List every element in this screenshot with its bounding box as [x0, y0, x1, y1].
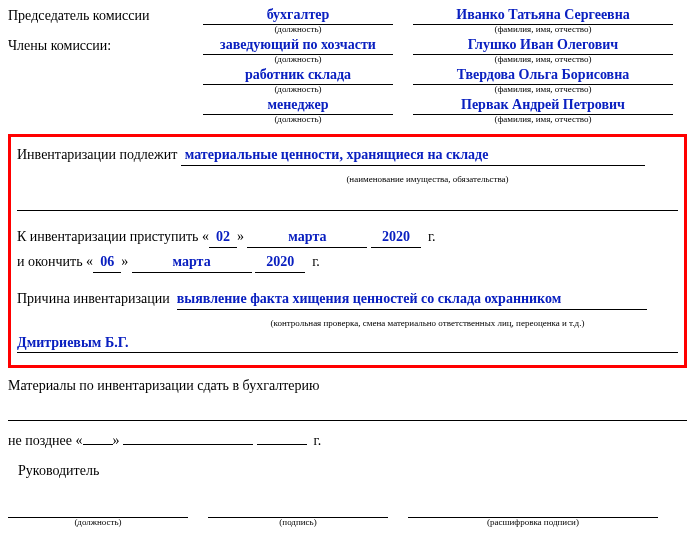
member-position: менеджер	[203, 96, 393, 115]
year-suffix: г.	[314, 433, 322, 448]
chairman-label: Председатель комиссии	[8, 6, 203, 24]
members-label: Члены комиссии:	[8, 36, 203, 54]
subject-value: материальные ценности, хранящиеся на скл…	[181, 145, 645, 166]
blank-line	[8, 402, 687, 421]
blank-line	[17, 192, 678, 211]
reason-label: Причина инвентаризации	[17, 291, 170, 306]
sig-decipher-label: (расшифровка подписи)	[408, 517, 658, 527]
name-sublabel: (фамилия, имя, отчество)	[413, 24, 673, 34]
member-name: Твердова Ольга Борисовна	[413, 66, 673, 85]
position-sublabel: (должность)	[203, 24, 393, 34]
end-date-line: и окончить «06» марта 2020 г.	[17, 252, 678, 273]
reason-sublabel: (контрольная проверка, смена материально…	[271, 318, 585, 328]
deadline-day	[83, 444, 113, 445]
year-suffix: г.	[428, 229, 436, 244]
start-month: марта	[247, 227, 367, 248]
name-sublabel: (фамилия, имя, отчество)	[413, 114, 673, 124]
leader-line: Руководитель	[8, 461, 687, 481]
close-quote: »	[121, 254, 128, 269]
deadline-label: не позднее «	[8, 433, 83, 448]
sig-sign-field	[208, 499, 388, 518]
sig-position-label: (должность)	[8, 517, 188, 527]
reason-continuation: Дмитриевым Б.Г.	[17, 334, 678, 353]
member-row: Члены комиссии: заведующий по хозчасти (…	[8, 36, 687, 64]
highlighted-section: Инвентаризации подлежит материальные цен…	[8, 134, 687, 368]
member-position: заведующий по хозчасти	[203, 36, 393, 55]
subject-label: Инвентаризации подлежит	[17, 147, 177, 162]
start-label: К инвентаризации приступить «	[17, 229, 209, 244]
start-date-line: К инвентаризации приступить «02» марта 2…	[17, 227, 678, 248]
end-month: марта	[132, 252, 252, 273]
end-label: и окончить «	[17, 254, 93, 269]
sig-sign-label: (подпись)	[208, 517, 388, 527]
reason-value: выявление факта хищения ценностей со скл…	[177, 289, 647, 310]
leader-label: Руководитель	[18, 463, 99, 478]
member-position: работник склада	[203, 66, 393, 85]
deadline-year	[257, 444, 307, 445]
member-name: Глушко Иван Олегович	[413, 36, 673, 55]
chairman-name: Иванко Татьяна Сергеевна	[413, 6, 673, 25]
materials-line: Материалы по инвентаризации сдать в бухг…	[8, 376, 687, 396]
sig-position-field	[8, 499, 188, 518]
close-quote: »	[237, 229, 244, 244]
end-year: 2020	[255, 252, 305, 273]
reason-line: Причина инвентаризации выявление факта х…	[17, 289, 678, 310]
sig-decipher-field	[408, 499, 658, 518]
year-suffix: г.	[312, 254, 320, 269]
member-row: работник склада (должность) Твердова Оль…	[8, 66, 687, 94]
subject-sublabel: (наименование имущества, обязательства)	[346, 174, 508, 184]
position-sublabel: (должность)	[203, 84, 393, 94]
deadline-month	[123, 444, 253, 445]
member-row: менеджер (должность) Первак Андрей Петро…	[8, 96, 687, 124]
end-day: 06	[93, 252, 121, 273]
name-sublabel: (фамилия, имя, отчество)	[413, 84, 673, 94]
name-sublabel: (фамилия, имя, отчество)	[413, 54, 673, 64]
materials-label: Материалы по инвентаризации сдать в бухг…	[8, 378, 320, 393]
start-year: 2020	[371, 227, 421, 248]
subject-line: Инвентаризации подлежит материальные цен…	[17, 145, 678, 166]
signature-row: (должность) (подпись) (расшифровка подпи…	[8, 499, 687, 527]
deadline-close: »	[113, 433, 120, 448]
chairman-row: Председатель комиссии бухгалтер (должнос…	[8, 6, 687, 34]
member-name: Первак Андрей Петрович	[413, 96, 673, 115]
chairman-position: бухгалтер	[203, 6, 393, 25]
deadline-line: не позднее «» г.	[8, 431, 687, 451]
position-sublabel: (должность)	[203, 114, 393, 124]
start-day: 02	[209, 227, 237, 248]
position-sublabel: (должность)	[203, 54, 393, 64]
